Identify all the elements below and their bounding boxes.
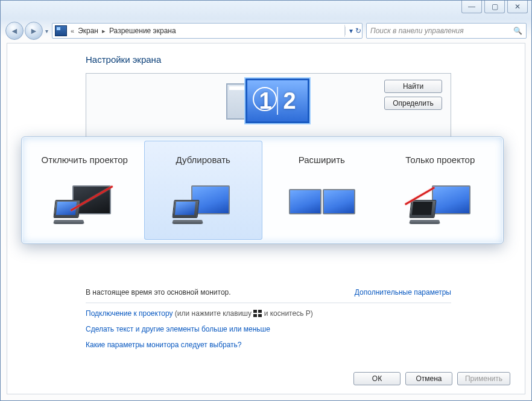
identify-button[interactable]: Определить <box>384 97 442 110</box>
projector-only-icon <box>404 182 477 224</box>
windows-key-icon <box>253 310 262 317</box>
nav-bar: ◄ ► ▾ « Экран ▸ Разрешение экрана ▾ ↻ По… <box>1 20 531 42</box>
primary-monitor-thumb: 1 2 <box>245 79 309 123</box>
mode-option-projector-only[interactable]: Только проектор <box>381 141 500 240</box>
breadcrumb-prefix: « <box>71 27 74 34</box>
control-panel-window: — ▢ ✕ ◄ ► ▾ « Экран ▸ Разрешение экрана … <box>0 0 532 401</box>
mode-label: Дублировать <box>176 148 230 172</box>
info-area: В настоящее время это основной монитор. … <box>86 286 451 350</box>
mode-label: Только проектор <box>405 148 475 172</box>
breadcrumb-item-resolution[interactable]: Разрешение экрана <box>109 27 176 35</box>
breadcrumb-item-screen[interactable]: Экран <box>78 27 98 35</box>
nav-arrows: ◄ ► ▾ <box>5 22 48 40</box>
connect-hint-b: и коснитесь P) <box>264 309 313 318</box>
mode-option-extend[interactable]: Расширить <box>262 141 381 240</box>
minimize-button[interactable]: — <box>461 1 482 13</box>
detect-button[interactable]: Найти <box>384 80 442 93</box>
status-text: В настоящее время это основной монитор. <box>86 288 231 297</box>
mode-label: Отключить проектор <box>42 148 128 172</box>
refresh-button[interactable]: ▾ ↻ <box>344 25 361 37</box>
duplicate-icon <box>167 182 239 224</box>
connect-projector-link[interactable]: Подключение к проектору <box>86 309 173 318</box>
mode-option-duplicate[interactable]: Дублировать <box>144 141 263 240</box>
refresh-split: ▾ <box>345 27 353 35</box>
resize-text-link[interactable]: Сделать текст и другие элементы больше и… <box>86 325 270 333</box>
disconnect-projector-icon <box>48 182 121 224</box>
monitor-divider <box>277 87 278 115</box>
window-controls: — ▢ ✕ <box>461 1 528 13</box>
monitor-group-icon: 1 2 <box>226 79 311 127</box>
status-row: В настоящее время это основной монитор. … <box>86 286 451 303</box>
nav-forward-button[interactable]: ► <box>25 22 43 40</box>
preview-buttons: Найти Определить <box>384 80 442 110</box>
maximize-button[interactable]: ▢ <box>484 1 505 13</box>
nav-back-button[interactable]: ◄ <box>5 22 24 40</box>
mode-option-disconnect[interactable]: Отключить проектор <box>25 141 144 240</box>
display-icon <box>55 25 67 36</box>
cancel-button[interactable]: Отмена <box>405 372 452 385</box>
nav-history-dropdown[interactable]: ▾ <box>45 28 48 34</box>
display-preview[interactable]: 1 2 <box>226 79 311 127</box>
close-button[interactable]: ✕ <box>507 1 528 13</box>
address-breadcrumb[interactable]: « Экран ▸ Разрешение экрана ▾ ↻ <box>52 23 363 39</box>
search-input[interactable]: Поиск в панели управления 🔍 <box>366 23 527 39</box>
connect-hint-a: (или нажмите клавишу <box>175 309 254 318</box>
search-placeholder: Поиск в панели управления <box>370 27 464 35</box>
advanced-settings-link[interactable]: Дополнительные параметры <box>355 288 451 297</box>
extend-icon <box>285 182 358 224</box>
dialog-footer: ОК Отмена Применить <box>353 372 510 385</box>
breadcrumb-separator: ▸ <box>102 27 106 35</box>
connect-projector-line: Подключение к проектору (или нажмите кла… <box>86 303 451 319</box>
mode-label: Расширить <box>299 148 345 172</box>
refresh-icon: ↻ <box>355 27 361 35</box>
projector-mode-popup: Отключить проектор Дублировать Расширить… <box>21 136 504 244</box>
which-settings-link[interactable]: Какие параметры монитора следует выбрать… <box>86 341 242 349</box>
ok-button[interactable]: ОК <box>353 372 401 385</box>
search-icon: 🔍 <box>513 27 522 35</box>
apply-button[interactable]: Применить <box>457 372 510 385</box>
monitor-number-2: 2 <box>279 88 300 114</box>
monitor-number-1: 1 <box>255 88 276 114</box>
page-title: Настройки экрана <box>86 54 451 65</box>
